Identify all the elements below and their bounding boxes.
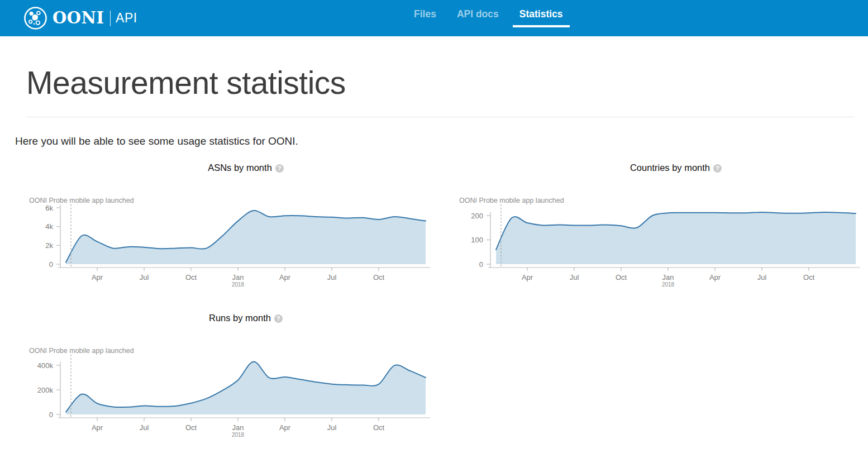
svg-text:Jan: Jan (662, 273, 674, 282)
svg-text:2018: 2018 (232, 432, 245, 438)
asns-by-month-chart[interactable]: 02k4k6kAprJulOctJan2018AprJulOctOONI Pro… (22, 197, 438, 292)
svg-text:Oct: Oct (185, 273, 197, 282)
svg-text:Jan: Jan (232, 273, 244, 282)
help-icon[interactable]: ? (275, 164, 284, 173)
svg-text:Jan: Jan (232, 423, 244, 432)
svg-text:Oct: Oct (373, 273, 385, 282)
chart-title-text: Runs by month (209, 313, 271, 323)
chart-title-asns: ASNs by month? (22, 162, 438, 174)
svg-text:200k: 200k (37, 386, 54, 394)
svg-text:6k: 6k (45, 204, 53, 212)
countries-by-month-chart[interactable]: 0100200AprJulOctJan2018AprJulOctOONI Pro… (452, 197, 868, 292)
svg-text:Jul: Jul (140, 273, 149, 282)
charts-grid: ASNs by month? 02k4k6kAprJulOctJan2018Ap… (0, 162, 868, 442)
main-nav: Files API docs Statistics (407, 8, 570, 27)
svg-text:0: 0 (479, 260, 483, 269)
svg-text:400k: 400k (37, 361, 54, 370)
svg-text:200: 200 (471, 212, 483, 220)
main-content: Measurement statistics Here you will be … (0, 61, 868, 442)
svg-text:Jul: Jul (327, 273, 337, 282)
svg-text:Oct: Oct (373, 423, 385, 432)
chart-block-runs: Runs by month? 0200k400kAprJulOctJan2018… (22, 312, 452, 442)
svg-text:OONI Probe mobile app launched: OONI Probe mobile app launched (29, 197, 134, 204)
chart-title-text: ASNs by month (208, 163, 272, 173)
nav-item-files[interactable]: Files (407, 8, 443, 27)
svg-text:2k: 2k (45, 241, 53, 250)
svg-text:OONI Probe mobile app launched: OONI Probe mobile app launched (459, 197, 564, 204)
svg-text:0: 0 (49, 260, 53, 269)
brand-name: OONI (53, 10, 104, 26)
brand-divider (110, 11, 111, 26)
brand-product: API (116, 12, 137, 25)
chart-block-asns: ASNs by month? 02k4k6kAprJulOctJan2018Ap… (22, 162, 452, 292)
svg-text:Apr: Apr (709, 273, 721, 282)
chart-block-countries: Countries by month? 0100200AprJulOctJan2… (452, 162, 868, 292)
chart-title-text: Countries by month (630, 163, 710, 173)
help-icon[interactable]: ? (713, 164, 722, 173)
intro-text: Here you will be able to see some usage … (15, 135, 868, 147)
nav-item-statistics[interactable]: Statistics (513, 8, 570, 27)
page-title: Measurement statistics (26, 61, 868, 104)
svg-text:Jul: Jul (757, 273, 767, 282)
svg-text:4k: 4k (45, 222, 53, 231)
nav-item-api-docs[interactable]: API docs (450, 8, 505, 27)
svg-text:Oct: Oct (803, 273, 815, 282)
app-header: OONI API Files API docs Statistics (0, 0, 868, 36)
help-icon[interactable]: ? (274, 314, 283, 323)
svg-text:OONI Probe mobile app launched: OONI Probe mobile app launched (29, 347, 134, 355)
svg-text:Oct: Oct (616, 273, 627, 282)
brand-logo-link[interactable]: OONI API (23, 6, 137, 30)
svg-text:Apr: Apr (279, 273, 291, 282)
svg-text:Apr: Apr (92, 423, 103, 432)
chart-title-countries: Countries by month? (452, 162, 868, 174)
ooni-logo-icon (23, 6, 47, 30)
title-divider (26, 117, 855, 117)
svg-text:Apr: Apr (92, 273, 103, 282)
svg-text:Jul: Jul (327, 423, 337, 432)
svg-text:Jul: Jul (140, 423, 149, 432)
svg-text:Apr: Apr (279, 423, 291, 432)
svg-text:2018: 2018 (662, 282, 675, 288)
svg-text:0: 0 (49, 411, 53, 419)
svg-text:Jul: Jul (570, 273, 579, 282)
svg-text:Apr: Apr (522, 273, 533, 282)
chart-title-runs: Runs by month? (22, 312, 438, 324)
svg-text:2018: 2018 (232, 282, 245, 288)
svg-text:100: 100 (471, 236, 483, 244)
svg-text:Oct: Oct (185, 423, 197, 432)
runs-by-month-chart[interactable]: 0200k400kAprJulOctJan2018AprJulOctOONI P… (22, 347, 438, 442)
